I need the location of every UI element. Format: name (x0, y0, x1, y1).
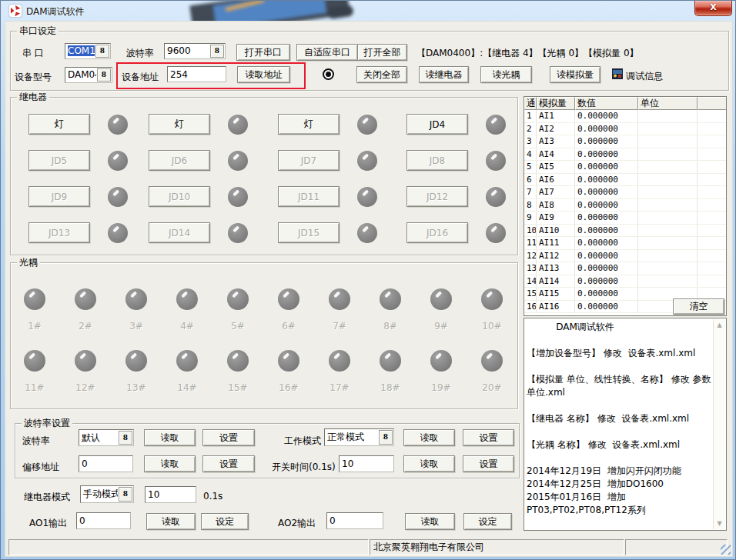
cell: 0.000000 (575, 186, 638, 198)
baudrate-combobox[interactable]: 默认 8 (79, 429, 134, 446)
opto-indicator-icon-19 (430, 350, 452, 372)
cell: AI8 (537, 199, 575, 212)
address-input[interactable] (167, 66, 226, 82)
read-address-button[interactable]: 读取地址 (237, 66, 290, 83)
col-empty (698, 97, 726, 110)
switchtime-input[interactable] (339, 455, 394, 472)
ao2-set-button[interactable]: 设定 (463, 513, 512, 530)
analog-table-row-3[interactable]: 3AI30.000000 (524, 135, 726, 148)
baudrate-set-button[interactable]: 设置 (202, 429, 255, 446)
relay-button-JD5-5: JD5 (28, 150, 90, 171)
opto-indicator-icon-3 (125, 288, 147, 310)
baud-combobox[interactable]: 9600 8 (164, 43, 226, 59)
port-combobox[interactable]: COM1 8 (65, 43, 111, 59)
analog-table-row-10[interactable]: 10AI100.000000 (524, 225, 726, 238)
analog-table-row-13[interactable]: 13AI130.000000 (524, 262, 726, 275)
relay-mode-time-input[interactable] (145, 486, 196, 503)
cell: 10 (524, 225, 537, 237)
dropdown-arrow-icon[interactable]: 8 (97, 68, 111, 82)
analog-table-row-2[interactable]: 2AI20.000000 (524, 123, 726, 136)
read-analog-button[interactable]: 读模拟量 (550, 66, 601, 83)
opto-indicator-icon-11 (24, 350, 45, 372)
scroll-down-icon[interactable]: ▼ (714, 518, 725, 529)
cell: 5 (524, 161, 537, 173)
model-combobox[interactable]: DAM0400 8 (65, 67, 112, 83)
dropdown-arrow-icon[interactable]: 8 (119, 431, 132, 445)
open-all-button[interactable]: 打开全部 (357, 44, 407, 61)
close-all-button[interactable]: 关闭全部 (356, 66, 407, 83)
cell (698, 161, 726, 173)
app-icon[interactable] (9, 5, 22, 17)
cell (698, 135, 726, 148)
cell: AI4 (537, 148, 575, 161)
analog-table-row-12[interactable]: 12AI120.000000 (524, 250, 726, 263)
serial-group-label: 串口设定 (17, 25, 59, 36)
workmode-read-button[interactable]: 读取 (403, 429, 455, 446)
ao2-input[interactable] (326, 512, 383, 529)
switchtime-set-button[interactable]: 设置 (463, 455, 514, 472)
titlebar[interactable]: DAM调试软件 X (2, 1, 734, 21)
baudrate-label: 波特率 (22, 435, 50, 448)
cell: AI9 (537, 212, 575, 224)
opto-indicator-icon-17 (329, 350, 350, 372)
analog-table-row-11[interactable]: 11AI110.000000 (524, 237, 726, 250)
baudrate-read-button[interactable]: 读取 (144, 429, 196, 446)
switchtime-read-button[interactable]: 读取 (403, 455, 455, 472)
analog-table-row-9[interactable]: 9AI90.000000 (524, 212, 726, 225)
relay-button-灯-2[interactable]: 灯 (149, 114, 210, 135)
relay-button-JD4-4[interactable]: JD4 (406, 114, 468, 135)
ao1-read-button[interactable]: 读取 (146, 513, 196, 530)
analog-table-row-14[interactable]: 14AI140.000000 (524, 275, 726, 288)
cell (638, 135, 698, 148)
resize-grip[interactable] (721, 545, 731, 555)
cell: AI7 (537, 186, 575, 198)
scroll-up-icon[interactable]: ▲ (714, 319, 725, 331)
address-label: 设备地址 (122, 71, 159, 84)
offset-read-button[interactable]: 读取 (144, 455, 196, 472)
ao1-set-button[interactable]: 设定 (201, 513, 249, 530)
ao2-read-button[interactable]: 读取 (405, 513, 455, 530)
clear-button[interactable]: 清空 (673, 298, 724, 315)
offset-input[interactable] (79, 455, 133, 472)
analog-table-row-7[interactable]: 7AI70.000000 (524, 186, 726, 199)
cell (638, 212, 698, 224)
relay-indicator-icon-9 (108, 187, 128, 207)
analog-table-row-6[interactable]: 6AI60.000000 (524, 174, 726, 187)
opto-label-18: 18# (373, 382, 407, 393)
baud-label: 波特率 (126, 47, 154, 60)
close-button[interactable]: X (694, 1, 732, 16)
titlebar-artifact (185, 1, 366, 21)
opto-label-9: 9# (424, 321, 458, 332)
dropdown-arrow-icon[interactable]: 8 (210, 45, 224, 58)
cell: 12 (524, 250, 537, 262)
opto-label-20: 20# (475, 382, 509, 393)
dropdown-arrow-icon[interactable]: 8 (119, 487, 132, 502)
cell (698, 275, 726, 288)
workmode-combobox[interactable]: 正常模式 8 (324, 428, 394, 446)
log-box: DAM调试软件 【增加设备型号】 修改 设备表.xml.xml 【模拟量 单位、… (524, 318, 727, 531)
auto-serial-button[interactable]: 自适应串口 (296, 44, 358, 61)
relay-button-灯-3[interactable]: 灯 (278, 114, 340, 135)
workmode-set-button[interactable]: 设置 (463, 429, 514, 446)
open-serial-button[interactable]: 打开串口 (236, 44, 290, 61)
relay-button-灯-1[interactable]: 灯 (28, 114, 90, 135)
cell (638, 237, 698, 249)
analog-table-row-5[interactable]: 5AI50.000000 (524, 161, 726, 174)
switchtime-label: 开关时间(0.1s) (272, 461, 336, 474)
analog-table-row-4[interactable]: 4AI40.000000 (524, 148, 726, 162)
dropdown-arrow-icon[interactable]: 8 (379, 430, 393, 445)
read-opto-button[interactable]: 读光耦 (480, 66, 532, 83)
analog-table-row-8[interactable]: 8AI80.000000 (524, 199, 726, 212)
analog-table-row-1[interactable]: 1AI10.000000 (524, 110, 726, 123)
debug-info-label[interactable]: 调试信息 (626, 70, 663, 83)
dropdown-arrow-icon[interactable]: 8 (95, 45, 109, 58)
read-relay-button[interactable]: 读继电器 (419, 66, 469, 83)
cell (638, 148, 698, 161)
cell: 6 (524, 174, 537, 186)
opto-label-16: 16# (272, 382, 306, 393)
offset-set-button[interactable]: 设置 (202, 455, 255, 472)
log-scrollbar[interactable]: ▲ ▼ (713, 319, 725, 529)
ao1-input[interactable] (76, 512, 131, 529)
debug-info-icon[interactable] (612, 68, 623, 79)
relay-mode-combobox[interactable]: 手动模式 8 (80, 485, 134, 503)
